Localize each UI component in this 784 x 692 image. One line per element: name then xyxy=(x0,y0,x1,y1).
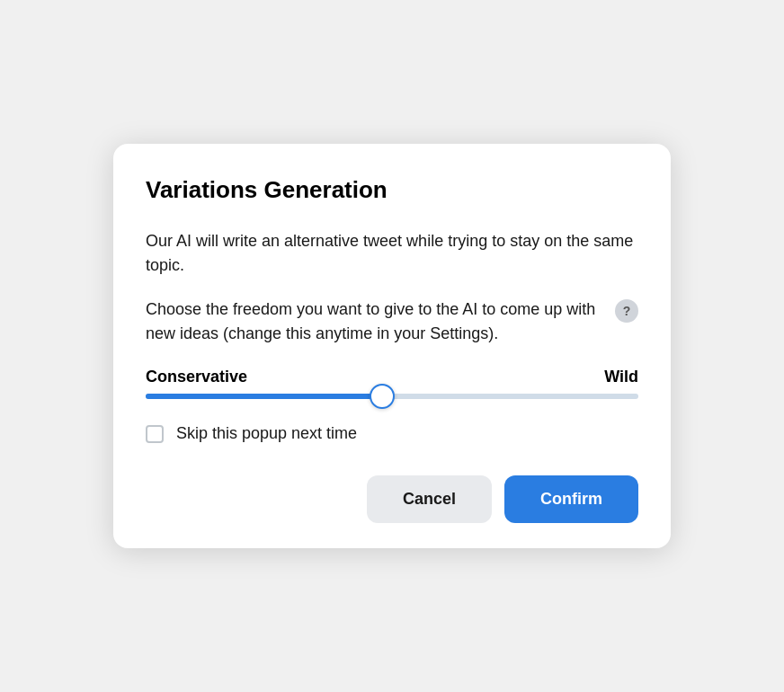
dialog-title: Variations Generation xyxy=(146,176,638,204)
slider-label-conservative: Conservative xyxy=(146,368,247,386)
help-icon[interactable]: ? xyxy=(615,299,638,323)
slider-label-wild: Wild xyxy=(604,368,638,386)
variations-generation-dialog: Variations Generation Our AI will write … xyxy=(113,144,671,548)
freedom-text: Choose the freedom you want to give to t… xyxy=(146,297,604,346)
skip-popup-checkbox[interactable] xyxy=(146,425,164,443)
button-row: Cancel Confirm xyxy=(146,475,638,523)
slider-track xyxy=(146,394,638,399)
cancel-button[interactable]: Cancel xyxy=(367,475,492,523)
freedom-row: Choose the freedom you want to give to t… xyxy=(146,297,638,346)
confirm-button[interactable]: Confirm xyxy=(504,475,638,523)
dialog-description: Our AI will write an alternative tweet w… xyxy=(146,229,638,278)
skip-popup-label: Skip this popup next time xyxy=(176,424,357,443)
slider-container[interactable] xyxy=(146,394,638,399)
slider-labels: Conservative Wild xyxy=(146,368,638,386)
skip-row: Skip this popup next time xyxy=(146,424,638,443)
